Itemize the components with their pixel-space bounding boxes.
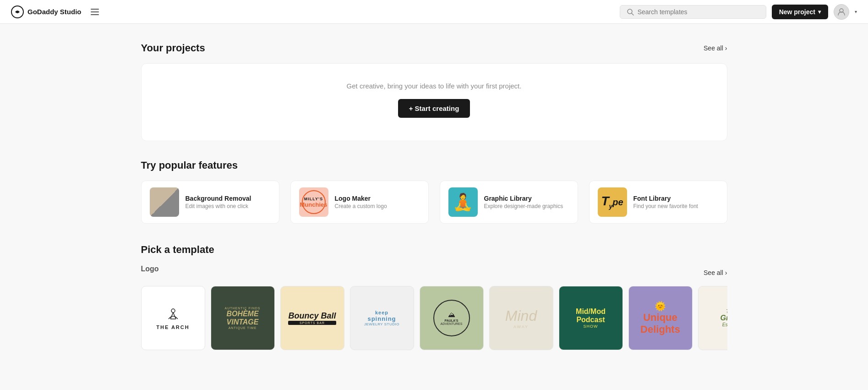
new-project-chevron-icon: ▾ [818, 9, 821, 15]
font-preview-text: Type [601, 195, 623, 209]
start-creating-label: + Start creating [409, 104, 459, 112]
font-library-preview: Type [598, 187, 627, 217]
projects-see-all[interactable]: See all › [704, 44, 727, 52]
template-card-bouncy-ball[interactable]: Bouncy Ball SPORTS BAR [280, 286, 344, 350]
projects-section: Your projects See all › Get creative, br… [141, 42, 727, 141]
font-library-desc: Find your new favorite font [633, 203, 698, 209]
template-card-midmod-podcast[interactable]: Mid/ModPodcast SHOW [559, 286, 623, 350]
person-icon [837, 8, 846, 16]
graphic-library-desc: Explore designer-made graphics [484, 203, 563, 209]
graphic-library-name: Graphic Library [484, 195, 563, 202]
graphic-library-preview: 🧘 [448, 187, 478, 217]
features-header: Try popular features [141, 159, 727, 171]
svg-point-4 [171, 309, 175, 313]
see-all-chevron-icon: › [725, 44, 727, 52]
templates-see-all-label: See all [704, 269, 723, 276]
feature-card-bg-removal[interactable]: Background Removal Edit images with one … [141, 181, 279, 224]
feature-img-font-library: Type [598, 187, 627, 217]
keep-logo-preview: keep spinning JEWELRY STUDIO [364, 310, 399, 326]
feature-text-graphic-library: Graphic Library Explore designer-made gr… [484, 195, 563, 209]
feature-img-graphic-library: 🧘 [448, 187, 478, 217]
great-logo-preview: The Great Escape [717, 305, 727, 331]
main-content: Your projects See all › Get creative, br… [114, 24, 755, 368]
bg-removal-preview [150, 187, 179, 217]
arch-icon [165, 306, 181, 323]
template-card-the-great-escape[interactable]: The Great Escape [698, 286, 727, 350]
template-card-paulas-adventures[interactable]: ⛰ PAULA'S ADVENTURES [420, 286, 484, 350]
search-box[interactable] [620, 5, 766, 19]
feature-card-logo-maker[interactable]: MILLY'S Munchies Logo Maker Create a cus… [290, 181, 429, 224]
templates-header: Pick a template [141, 244, 727, 256]
feature-text-font-library: Font Library Find your new favorite font [633, 195, 698, 209]
header-left: GoDaddy Studio [11, 5, 101, 18]
logo-category-header: Logo See all › [141, 265, 727, 280]
hamburger-menu[interactable] [89, 7, 101, 17]
arch-name: THE ARCH [156, 324, 189, 330]
feature-card-graphic-library[interactable]: 🧘 Graphic Library Explore designer-made … [440, 181, 578, 224]
mind-logo-preview: Mind AWAY [505, 308, 537, 329]
template-card-keep-spinning[interactable]: keep spinning JEWELRY STUDIO [350, 286, 414, 350]
avatar-chevron-icon[interactable]: ▾ [855, 9, 857, 14]
bg-removal-desc: Edit images with one click [186, 203, 251, 209]
boheme-logo-preview: AUTHENTIC FINDS BOHÈMEVINTAGE ANTIQUE TI… [220, 302, 265, 334]
feature-img-logo-maker: MILLY'S Munchies [299, 187, 328, 217]
templates-title: Pick a template [141, 244, 214, 256]
features-section: Try popular features Background Removal … [141, 159, 727, 224]
search-icon [627, 8, 634, 16]
template-card-mind-away[interactable]: Mind AWAY [489, 286, 553, 350]
new-project-button[interactable]: New project ▾ [772, 5, 828, 19]
template-card-the-arch[interactable]: THE ARCH [141, 286, 205, 350]
projects-empty-state: Get creative, bring your ideas to life w… [141, 63, 727, 141]
graphic-figure-icon: 🧘 [453, 192, 473, 212]
header-right: New project ▾ ▾ [620, 4, 857, 20]
feature-text-bg-removal: Background Removal Edit images with one … [186, 195, 251, 209]
unique-logo-preview: 🌞 UniqueDelights [636, 296, 685, 340]
godaddy-logo-icon [11, 5, 24, 18]
logo-maker-name: Logo Maker [335, 195, 387, 202]
bg-removal-name: Background Removal [186, 195, 251, 202]
feature-img-bg-removal [150, 187, 179, 217]
start-creating-button[interactable]: + Start creating [398, 99, 470, 118]
search-input[interactable] [638, 8, 759, 16]
features-title: Try popular features [141, 159, 238, 171]
projects-empty-message: Get creative, bring your ideas to life w… [151, 82, 718, 90]
logo-text: GoDaddy Studio [27, 8, 82, 16]
header: GoDaddy Studio New project ▾ ▾ [0, 0, 868, 24]
svg-line-2 [632, 13, 633, 15]
podcast-logo-preview: Mid/ModPodcast SHOW [571, 303, 610, 333]
feature-card-font-library[interactable]: Type Font Library Find your new favorite… [589, 181, 727, 224]
see-all-label: See all [704, 44, 723, 52]
projects-header: Your projects See all › [141, 42, 727, 54]
projects-title: Your projects [141, 42, 205, 54]
template-card-boheme-vintage[interactable]: AUTHENTIC FINDS BOHÈMEVINTAGE ANTIQUE TI… [211, 286, 275, 350]
templates-row: THE ARCH AUTHENTIC FINDS BOHÈMEVINTAGE A… [141, 286, 727, 350]
templates-see-all-chevron-icon: › [725, 269, 727, 276]
avatar[interactable] [834, 4, 849, 20]
paula-logo-preview: ⛰ PAULA'S ADVENTURES [433, 300, 470, 336]
font-library-name: Font Library [633, 195, 698, 202]
logo[interactable]: GoDaddy Studio [11, 5, 82, 18]
features-grid: Background Removal Edit images with one … [141, 181, 727, 224]
arch-logo-preview: THE ARCH [156, 306, 189, 330]
logo-maker-preview: MILLY'S Munchies [299, 187, 328, 217]
bouncy-logo-preview: Bouncy Ball SPORTS BAR [288, 311, 336, 325]
logo-category-label: Logo [141, 265, 159, 273]
feature-text-logo-maker: Logo Maker Create a custom logo [335, 195, 387, 209]
templates-see-all[interactable]: See all › [704, 269, 727, 276]
templates-section: Pick a template Logo See all › [141, 244, 727, 350]
new-project-label: New project [779, 8, 815, 16]
logo-maker-desc: Create a custom logo [335, 203, 387, 209]
template-card-unique-delights[interactable]: 🌞 UniqueDelights [628, 286, 693, 350]
